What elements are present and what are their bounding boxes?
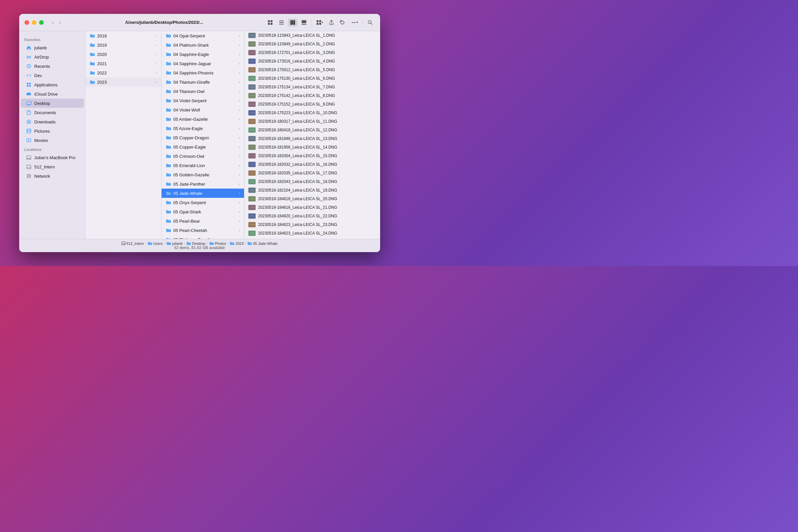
subfolder-item[interactable]: 04 Platinum-Shark›: [162, 40, 244, 50]
sidebar-item-airdrop[interactable]: AirDrop: [20, 52, 84, 61]
icon-view-button[interactable]: [266, 19, 275, 26]
file-item[interactable]: 20230518-175223_Leica-LEICA SL_10.DNG: [244, 109, 380, 117]
quick-actions-button[interactable]: ▾: [314, 19, 325, 26]
tags-button[interactable]: [338, 19, 347, 26]
sidebar-item-recents[interactable]: Recents: [20, 61, 84, 71]
nav-buttons: ‹ ›: [50, 18, 63, 27]
file-item[interactable]: 20230518-175012_Leica-LEICA SL_5.DNG: [244, 65, 380, 74]
sidebar-item-documents[interactable]: Documents: [20, 108, 84, 117]
sidebar-item-network[interactable]: Network: [20, 171, 84, 180]
breadcrumb-label: Desktop: [192, 242, 205, 246]
files-column: 20230518-115843_Leica-LEICA SL_1.DNG 202…: [244, 31, 380, 239]
svg-point-20: [353, 22, 354, 23]
subfolder-item[interactable]: 05 Crimson-Owl›: [162, 152, 244, 161]
subfolder-item[interactable]: 04 Sapphire-Eagle›: [162, 50, 244, 59]
sidebar-item-macbook[interactable]: Julian's MacBook Pro: [20, 153, 84, 162]
file-item[interactable]: 20230518-182104_Leica-LEICA SL_19.DNG: [244, 186, 380, 194]
back-button[interactable]: ‹: [50, 18, 56, 27]
breadcrumb-item[interactable]: julianb: [166, 242, 183, 246]
subfolder-item[interactable]: 05 Pearl-Cheetah›: [162, 226, 244, 235]
subfolder-item[interactable]: 05 Azure-Eagle›: [162, 124, 244, 133]
sidebar-item-icloud[interactable]: iCloud Drive: [20, 89, 84, 99]
close-button[interactable]: [24, 20, 29, 25]
more-button[interactable]: ▾: [349, 19, 360, 26]
subfolder-item[interactable]: 04 Sapphire-Phoenix›: [162, 68, 244, 77]
file-item[interactable]: 20230518-184616_Leica-LEICA SL_20.DNG: [244, 194, 380, 203]
subfolder-item[interactable]: 05 Jade-Whale›: [162, 189, 244, 198]
file-item[interactable]: 20230518-182035_Leica-LEICA SL_17.DNG: [244, 169, 380, 177]
share-button[interactable]: [327, 19, 336, 26]
subfolder-item[interactable]: 04 Violet-Wolf›: [162, 105, 244, 114]
file-item[interactable]: 20230518-172701_Leica-LEICA SL_3.DNG: [244, 48, 380, 57]
file-item[interactable]: 20230518-182032_Leica-LEICA SL_16.DNG: [244, 160, 380, 169]
file-item[interactable]: 20230518-182004_Leica-LEICA SL_15.DNG: [244, 152, 380, 160]
file-item[interactable]: 20230518-181948_Leica-LEICA SL_13.DNG: [244, 134, 380, 143]
forward-button[interactable]: ›: [57, 18, 63, 27]
subfolder-item[interactable]: 04 Opal-Serpent›: [162, 31, 244, 40]
year-folder-item[interactable]: 2023›: [86, 77, 161, 87]
subfolder-item[interactable]: 04 Titanium-Giraffe›: [162, 77, 244, 87]
sidebar-item-dev[interactable]: Dev: [20, 71, 84, 80]
subfolder-item[interactable]: 05 Amber-Gazelle›: [162, 114, 244, 124]
file-item[interactable]: 20230518-175130_Leica-LEICA SL_6.DNG: [244, 74, 380, 83]
file-item[interactable]: 20230518-181956_Leica-LEICA SL_14.DNG: [244, 143, 380, 152]
breadcrumb-item[interactable]: Desktop: [186, 242, 205, 246]
sidebar-item-applications[interactable]: Applications: [20, 80, 84, 89]
search-button[interactable]: [366, 19, 375, 26]
year-folder-item[interactable]: 2021›: [86, 59, 161, 68]
file-item[interactable]: 20230518-184623_Leica-LEICA SL_24.DNG: [244, 229, 380, 238]
year-folder-item[interactable]: 2018›: [86, 31, 161, 40]
file-item[interactable]: 20230518-184620_Leica-LEICA SL_22.DNG: [244, 212, 380, 220]
minimize-button[interactable]: [32, 20, 36, 25]
file-item[interactable]: 20230518-115843_Leica-LEICA SL_1.DNG: [244, 31, 380, 40]
file-item[interactable]: 20230518-175152_Leica-LEICA SL_9.DNG: [244, 100, 380, 109]
breadcrumb-item[interactable]: 512_Intern: [122, 242, 144, 246]
maximize-button[interactable]: [39, 20, 44, 25]
sidebar-item-512intern[interactable]: 512_Intern: [20, 162, 84, 171]
column-view-button[interactable]: [288, 19, 297, 26]
breadcrumb-item[interactable]: 05 Jade-Whale: [247, 242, 277, 246]
year-folder-item[interactable]: 2022›: [86, 68, 161, 77]
subfolder-item[interactable]: 05 Copper-Eagle›: [162, 142, 244, 152]
sidebar-item-downloads[interactable]: Downloads: [20, 117, 84, 126]
file-item[interactable]: 20230518-184623_Leica-LEICA SL_23.DNG: [244, 220, 380, 229]
file-item[interactable]: 20230518-175142_Leica-LEICA SL_8.DNG: [244, 91, 380, 100]
sidebar-item-label: Network: [34, 174, 50, 179]
subfolder-item[interactable]: 05 Copper-Dragon›: [162, 133, 244, 142]
folder-name: 05 Onyx-Serpent: [174, 200, 206, 205]
svg-rect-14: [316, 20, 319, 22]
dng-thumbnail-icon: [249, 102, 255, 106]
subfolder-item[interactable]: 04 Sapphire-Jaguar›: [162, 59, 244, 68]
gallery-view-button[interactable]: [299, 19, 309, 26]
subfolder-item[interactable]: 05 Golden-Gazelle›: [162, 170, 244, 179]
subfolder-item[interactable]: 05 Emerald-Lion›: [162, 161, 244, 170]
subfolder-item[interactable]: 05 Opal-Shark›: [162, 207, 244, 216]
subfolder-item[interactable]: 05 Platinum-Gazelle›: [162, 235, 244, 239]
breadcrumb-item[interactable]: Photos: [209, 242, 226, 246]
sidebar-item-movies[interactable]: Movies: [20, 136, 84, 145]
svg-point-37: [30, 168, 30, 168]
file-item[interactable]: 20230518-182043_Leica-LEICA SL_18.DNG: [244, 177, 380, 186]
breadcrumb-item[interactable]: 2023: [230, 242, 243, 246]
file-item[interactable]: 20230518-180418_Leica-LEICA SL_12.DNG: [244, 126, 380, 134]
file-item[interactable]: 20230518-184616_Leica-LEICA SL_21.DNG: [244, 203, 380, 212]
subfolder-item[interactable]: 05 Onyx-Serpent›: [162, 198, 244, 207]
file-item[interactable]: 20230518-180317_Leica-LEICA SL_11.DNG: [244, 117, 380, 126]
year-folder-item[interactable]: 2020›: [86, 50, 161, 59]
file-thumbnail: [248, 196, 256, 202]
file-item[interactable]: 20230518-115849_Leica-LEICA SL_2.DNG: [244, 40, 380, 48]
year-folder-item[interactable]: 2019›: [86, 40, 161, 50]
list-view-button[interactable]: [277, 19, 286, 26]
subfolder-item[interactable]: 05 Pearl-Bear›: [162, 216, 244, 226]
breadcrumb-item[interactable]: Users: [148, 242, 163, 246]
sidebar-item-desktop[interactable]: Desktop: [20, 99, 84, 108]
sidebar-item-pictures[interactable]: Pictures: [20, 126, 84, 136]
file-item[interactable]: 20230518-173516_Leica-LEICA SL_4.DNG: [244, 57, 380, 65]
sidebar-item-julianb[interactable]: julianb: [20, 43, 84, 52]
svg-rect-26: [27, 83, 29, 84]
subfolder-item[interactable]: 04 Titanium-Owl›: [162, 87, 244, 96]
subfolder-item[interactable]: 05 Jade-Panther›: [162, 179, 244, 189]
subfolder-item[interactable]: 04 Violet-Serpent›: [162, 96, 244, 105]
file-item[interactable]: 20230518-175134_Leica-LEICA SL_7.DNG: [244, 83, 380, 91]
folder-icon: [89, 60, 95, 66]
